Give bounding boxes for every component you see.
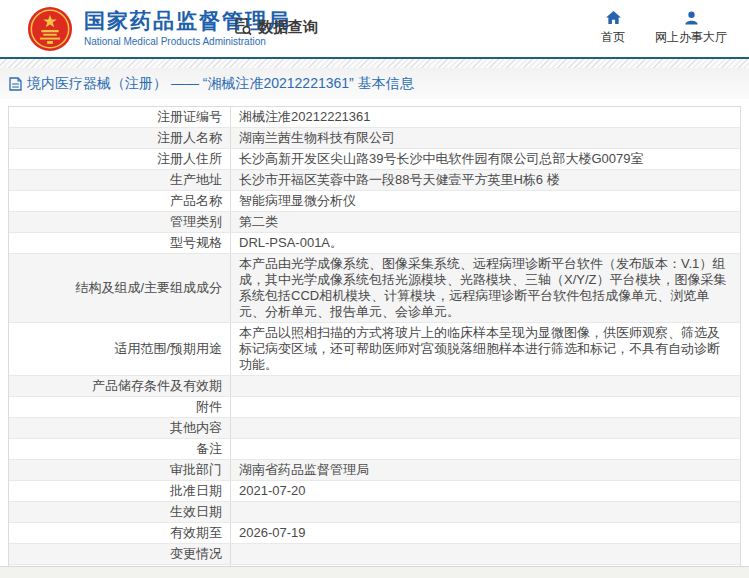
hatch-strip — [0, 59, 749, 68]
table-row: 有效期至 2026-07-19 — [9, 522, 740, 543]
nav-item-home[interactable]: 首页 — [601, 11, 625, 46]
table-row: 批准日期 2021-07-20 — [9, 480, 740, 501]
row-label: 注册人住所 — [157, 151, 222, 167]
row-value-cell — [231, 397, 740, 417]
table-row: 型号规格 DRL-PSA-001A。 — [9, 232, 740, 253]
row-label: 生产地址 — [170, 172, 222, 188]
national-emblem-logo — [27, 6, 73, 52]
row-label-cell: 生产地址 — [9, 170, 231, 190]
row-label: 附件 — [196, 399, 222, 415]
row-value-cell: 本产品以照相扫描的方式将玻片上的临床样本呈现为显微图像，供医师观察、筛选及标记病… — [231, 323, 740, 375]
row-label: 有效期至 — [170, 525, 222, 541]
row-value: 湘械注准20212221361 — [239, 109, 371, 125]
table-row: 适用范围/预期用途 本产品以照相扫描的方式将玻片上的临床样本呈现为显微图像，供医… — [9, 322, 740, 375]
row-label-cell: 批准日期 — [9, 481, 231, 501]
row-label-cell: 注册人名称 — [9, 128, 231, 148]
row-value-cell: 湖南兰茜生物科技有限公司 — [231, 128, 740, 148]
row-value-cell: 湘械注准20212221361 — [231, 107, 740, 127]
nav-item-service-hall-label: 网上办事大厅 — [655, 29, 727, 46]
table-row: 其他内容 — [9, 417, 740, 438]
row-label: 产品储存条件及有效期 — [92, 378, 222, 394]
row-label-cell: 管理类别 — [9, 212, 231, 232]
table-row: 附件 — [9, 396, 740, 417]
row-value: 湖南兰茜生物科技有限公司 — [239, 130, 395, 146]
row-value-cell — [231, 376, 740, 396]
row-value: 2021-07-20 — [239, 483, 306, 499]
row-value: 湖南省药品监督管理局 — [239, 462, 369, 478]
table-row: 注册证编号 湘械注准20212221361 — [9, 107, 740, 127]
row-value: 第二类 — [239, 214, 278, 230]
row-value-cell: 长沙市开福区芙蓉中路一段88号天健壹平方英里H栋6 楼 — [231, 170, 740, 190]
table-row: 注册人名称 湖南兰茜生物科技有限公司 — [9, 127, 740, 148]
table-row: 变更情况 — [9, 543, 740, 564]
document-search-icon — [233, 17, 253, 37]
agency-name-en: National Medical Products Administration — [84, 36, 291, 47]
row-label-cell: 结构及组成/主要组成成分 — [9, 254, 231, 322]
row-value-cell — [231, 439, 740, 459]
row-label: 适用范围/预期用途 — [114, 341, 222, 357]
table-row: 管理类别 第二类 — [9, 211, 740, 232]
row-value-cell: 智能病理显微分析仪 — [231, 191, 740, 211]
row-value: 智能病理显微分析仪 — [239, 193, 356, 209]
row-value-cell: DRL-PSA-001A。 — [231, 233, 740, 253]
row-label-cell: 产品名称 — [9, 191, 231, 211]
document-icon — [9, 77, 22, 91]
table-row: 生产地址 长沙市开福区芙蓉中路一段88号天健壹平方英里H栋6 楼 — [9, 169, 740, 190]
row-label-cell: 有效期至 — [9, 523, 231, 543]
breadcrumb: 境内医疗器械（注册） —— “湘械注准20212221361” 基本信息 — [0, 68, 749, 99]
row-label-cell: 型号规格 — [9, 233, 231, 253]
table-row: 备注 — [9, 438, 740, 459]
table-row: 产品名称 智能病理显微分析仪 — [9, 190, 740, 211]
table-row: 审批部门 湖南省药品监督管理局 — [9, 459, 740, 480]
row-label: 审批部门 — [170, 462, 222, 478]
row-value-cell — [231, 502, 740, 522]
row-value-cell: 2021-07-20 — [231, 481, 740, 501]
row-label-cell: 生效日期 — [9, 502, 231, 522]
row-value: 本产品由光学成像系统、图像采集系统、远程病理诊断平台软件（发布版本：V.1）组成… — [239, 256, 730, 320]
table-row: 结构及组成/主要组成成分 本产品由光学成像系统、图像采集系统、远程病理诊断平台软… — [9, 253, 740, 322]
row-label-cell: 适用范围/预期用途 — [9, 323, 231, 375]
row-label: 产品名称 — [170, 193, 222, 209]
table-row: 生效日期 — [9, 501, 740, 522]
row-label: 结构及组成/主要组成成分 — [75, 280, 222, 296]
top-nav: 首页 网上办事大厅 — [601, 11, 727, 46]
home-icon — [606, 11, 621, 25]
row-value-cell — [231, 418, 740, 438]
table-row: 注册人住所 长沙高新开发区尖山路39号长沙中电软件园有限公司总部大楼G0079室 — [9, 148, 740, 169]
row-value-cell: 本产品由光学成像系统、图像采集系统、远程病理诊断平台软件（发布版本：V.1）组成… — [231, 254, 740, 322]
row-label-cell: 其他内容 — [9, 418, 231, 438]
row-label-cell: 审批部门 — [9, 460, 231, 480]
data-query-button[interactable]: 数据查询 — [233, 17, 318, 37]
row-value-cell: 湖南省药品监督管理局 — [231, 460, 740, 480]
row-value: DRL-PSA-001A。 — [239, 235, 343, 251]
person-icon — [684, 11, 699, 25]
row-label: 备注 — [196, 441, 222, 457]
row-label: 管理类别 — [170, 214, 222, 230]
row-label: 型号规格 — [170, 235, 222, 251]
nav-item-service-hall[interactable]: 网上办事大厅 — [655, 11, 727, 46]
row-value: 长沙高新开发区尖山路39号长沙中电软件园有限公司总部大楼G0079室 — [239, 151, 644, 167]
data-query-label: 数据查询 — [258, 18, 318, 37]
nav-item-home-label: 首页 — [601, 29, 625, 46]
row-label-cell: 注册证编号 — [9, 107, 231, 127]
row-value: 长沙市开福区芙蓉中路一段88号天健壹平方英里H栋6 楼 — [239, 172, 560, 188]
row-label: 其他内容 — [170, 420, 222, 436]
row-label-cell: 变更情况 — [9, 544, 231, 564]
footer-strip — [0, 566, 749, 578]
row-value-cell: 长沙高新开发区尖山路39号长沙中电软件园有限公司总部大楼G0079室 — [231, 149, 740, 169]
row-value-cell: 第二类 — [231, 212, 740, 232]
row-value-cell — [231, 544, 740, 564]
row-label-cell: 产品储存条件及有效期 — [9, 376, 231, 396]
row-value: 2026-07-19 — [239, 525, 306, 541]
row-label: 批准日期 — [170, 483, 222, 499]
row-label-cell: 注册人住所 — [9, 149, 231, 169]
row-label: 生效日期 — [170, 504, 222, 520]
info-table: 注册证编号 湘械注准20212221361 注册人名称 湖南兰茜生物科技有限公司… — [8, 106, 741, 578]
row-label: 变更情况 — [170, 546, 222, 562]
row-label-cell: 附件 — [9, 397, 231, 417]
row-value-cell: 2026-07-19 — [231, 523, 740, 543]
row-value: 本产品以照相扫描的方式将玻片上的临床样本呈现为显微图像，供医师观察、筛选及标记病… — [239, 325, 730, 373]
row-label-cell: 备注 — [9, 439, 231, 459]
table-row: 产品储存条件及有效期 — [9, 375, 740, 396]
row-label: 注册人名称 — [157, 130, 222, 146]
